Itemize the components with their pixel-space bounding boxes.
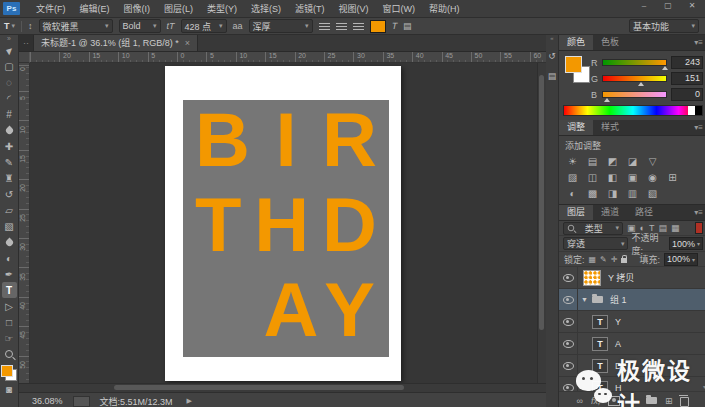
align-right-button[interactable] <box>353 22 364 30</box>
visibility-cell[interactable] <box>559 267 578 288</box>
layer-row-group-1[interactable]: ▼ 组 1 <box>559 289 705 311</box>
menu-item-view[interactable]: 视图(V) <box>332 2 376 15</box>
filter-smart-object-icon[interactable]: ▦ <box>671 223 680 233</box>
history-brush-tool[interactable]: ↺ <box>2 186 17 202</box>
toggle-panels-button[interactable]: ▤ <box>403 21 412 31</box>
tab-channels[interactable]: 通道 <box>593 205 627 220</box>
eye-icon[interactable] <box>563 384 574 392</box>
panel-menu-icon[interactable]: ▾≡ <box>694 35 703 50</box>
eye-icon[interactable] <box>563 362 574 370</box>
color-swatches[interactable] <box>563 56 587 90</box>
font-family-select[interactable]: 微软雅黑 ▾ <box>39 19 113 33</box>
slider-thumb[interactable] <box>662 66 668 70</box>
layer-name[interactable]: Y <box>615 317 621 327</box>
align-center-button[interactable] <box>336 22 347 30</box>
blend-mode-select[interactable]: 穿透 ▾ <box>563 237 628 250</box>
clone-stamp-tool[interactable]: ♜ <box>2 170 17 186</box>
layer-name[interactable]: A <box>615 339 621 349</box>
align-left-button[interactable] <box>319 22 330 30</box>
invert-icon[interactable]: ◐ <box>565 187 580 199</box>
blue-slider[interactable] <box>602 91 667 98</box>
healing-brush-tool[interactable]: ✚ <box>2 138 17 154</box>
visibility-cell[interactable] <box>559 289 578 310</box>
black-white-icon[interactable]: ◧ <box>605 171 620 183</box>
canvas-page[interactable]: B I R T H D A Y <box>165 66 401 381</box>
gradient-map-icon[interactable]: ▥ <box>625 187 640 199</box>
menu-item-edit[interactable]: 编辑(E) <box>73 2 117 15</box>
levels-icon[interactable]: ▤ <box>585 155 600 167</box>
lock-all-button[interactable] <box>621 258 627 263</box>
close-button[interactable]: ✕ <box>685 1 699 10</box>
eye-icon[interactable] <box>563 318 574 326</box>
rectangle-tool[interactable]: □ <box>2 314 17 330</box>
horizontal-ruler[interactable]: 2015105051015202530354045505560 <box>30 52 546 63</box>
dodge-tool[interactable]: ◐ <box>2 250 17 266</box>
move-tool[interactable]: ▶ <box>2 42 17 58</box>
tab-adjustments[interactable]: 调整 <box>559 120 593 135</box>
vertical-scrollbar[interactable] <box>537 63 546 383</box>
green-value[interactable]: 151 <box>671 72 703 85</box>
visibility-cell[interactable] <box>559 333 578 354</box>
curves-icon[interactable]: ◩ <box>605 155 620 167</box>
dock-expand-icon[interactable]: « <box>550 35 553 42</box>
menu-item-filter[interactable]: 滤镜(T) <box>288 2 332 15</box>
red-value[interactable]: 243 <box>671 56 703 69</box>
menu-item-file[interactable]: 文件(F) <box>29 2 73 15</box>
eye-icon[interactable] <box>563 340 574 348</box>
hand-tool[interactable]: ☞ <box>2 330 17 346</box>
blur-tool[interactable] <box>2 234 17 250</box>
font-style-select[interactable]: Bold ▾ <box>119 19 161 33</box>
color-balance-icon[interactable]: ◫ <box>585 171 600 183</box>
layer-row-y-copy[interactable]: Y 拷贝 <box>559 267 705 289</box>
threshold-icon[interactable]: ◨ <box>605 187 620 199</box>
tool-preset-badge[interactable]: T ▾ <box>4 21 15 31</box>
eye-icon[interactable] <box>563 274 574 282</box>
menu-item-layer[interactable]: 图层(L) <box>157 2 200 15</box>
properties-panel-icon[interactable]: ▤ <box>547 70 558 82</box>
menu-item-select[interactable]: 选择(S) <box>244 2 288 15</box>
tab-swatches[interactable]: 色板 <box>593 35 627 50</box>
green-slider[interactable] <box>602 75 667 82</box>
visibility-cell[interactable] <box>559 311 578 332</box>
tab-layers[interactable]: 图层 <box>559 205 593 220</box>
status-menu-arrow[interactable]: ▶ <box>187 397 192 405</box>
expand-caret-icon[interactable]: ▼ <box>581 296 588 303</box>
foreground-color-swatch[interactable] <box>1 365 13 377</box>
layer-filter-select[interactable]: 类型 ▾ <box>563 222 623 235</box>
tab-color[interactable]: 颜色 <box>559 35 593 50</box>
anti-alias-select[interactable]: 浑厚 ▾ <box>249 19 313 33</box>
tab-overflow-button[interactable]: ·· <box>19 35 34 51</box>
zoom-tool[interactable] <box>2 346 17 362</box>
crop-tool[interactable]: # <box>2 106 17 122</box>
lock-position-button[interactable]: ✛ <box>611 255 618 264</box>
selective-color-icon[interactable]: ▧ <box>645 187 660 199</box>
menu-item-window[interactable]: 窗口(W) <box>376 2 423 15</box>
hue-saturation-icon[interactable]: ▨ <box>565 171 580 183</box>
layer-name[interactable]: Y 拷贝 <box>608 271 634 284</box>
slider-thumb[interactable] <box>638 82 644 86</box>
photo-filter-icon[interactable]: ▣ <box>625 171 640 183</box>
eraser-tool[interactable]: ▱ <box>2 202 17 218</box>
document-tab[interactable]: 未标题-1 @ 36.1% (组 1, RGB/8) * × <box>34 35 198 51</box>
layer-row-text-y[interactable]: T Y <box>559 311 705 333</box>
minimize-button[interactable]: – <box>637 1 651 10</box>
eyedropper-tool[interactable] <box>2 122 17 138</box>
lock-paint-button[interactable]: ✎ <box>600 255 607 264</box>
channel-mixer-icon[interactable]: ◉ <box>645 171 660 183</box>
blue-value[interactable]: 0 <box>671 88 703 101</box>
filter-toggle-switch[interactable] <box>695 222 703 234</box>
color-spectrum-ramp[interactable] <box>563 105 703 116</box>
type-tool-selected[interactable]: T <box>2 282 17 298</box>
foreground-color-swatch[interactable] <box>565 56 582 73</box>
menu-item-help[interactable]: 帮助(H) <box>422 2 467 15</box>
marquee-tool[interactable]: ▢ <box>2 58 17 74</box>
workspace-select[interactable]: 基本功能 ▾ <box>629 19 699 33</box>
layer-thumbnail[interactable] <box>583 270 601 286</box>
pen-tool[interactable]: ✒ <box>2 266 17 282</box>
type-layer-thumbnail[interactable]: T <box>592 337 608 351</box>
red-slider[interactable] <box>602 59 667 66</box>
panel-menu-icon[interactable]: ▾≡ <box>694 205 703 220</box>
horizontal-scrollbar[interactable] <box>19 383 546 392</box>
foreground-background-swatches[interactable] <box>1 365 17 381</box>
tab-paths[interactable]: 路径 <box>627 205 661 220</box>
